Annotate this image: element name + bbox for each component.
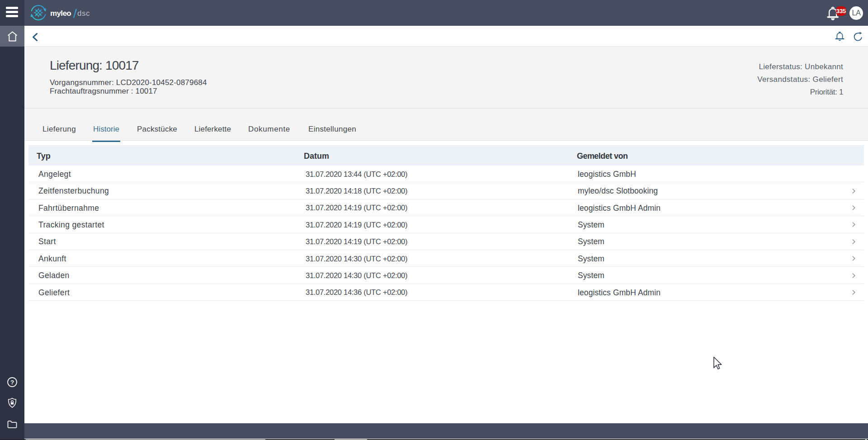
svg-text:?: ? <box>10 379 14 386</box>
